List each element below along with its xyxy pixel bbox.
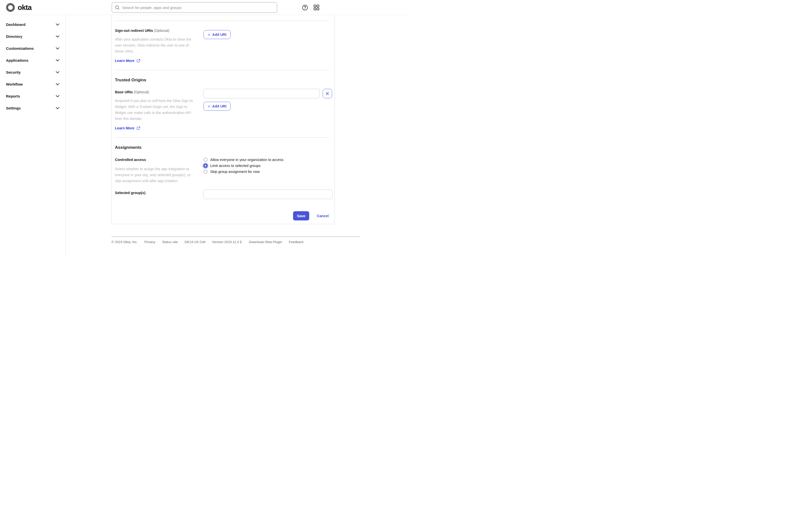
chevron-down-icon <box>56 35 59 37</box>
section-divider <box>115 70 329 70</box>
assignments-title: Assignments <box>115 145 329 150</box>
okta-sunburst-icon <box>6 3 15 12</box>
chevron-down-icon <box>56 107 59 109</box>
cell-label: OK14 US Cell <box>184 240 205 244</box>
chevron-down-icon <box>56 83 59 85</box>
radio-skip-assignment[interactable]: Skip group assignment for now <box>203 169 329 175</box>
sidebar-item-directory[interactable]: Directory <box>0 30 65 42</box>
base-uri-add-uri-button[interactable]: + Add URI <box>203 102 231 111</box>
optional-tag: (Optional) <box>154 29 169 33</box>
download-plugin-link[interactable]: Download Okta Plugin <box>249 240 282 244</box>
signout-redirect-uris-description: After your application contacts Okta to … <box>115 36 195 54</box>
feedback-link[interactable]: Feedback <box>289 240 303 244</box>
selected-groups-input[interactable] <box>203 190 332 199</box>
chevron-down-icon <box>56 59 59 61</box>
radio-limit-access[interactable]: Limit access to selected groups <box>203 163 329 169</box>
footer-divider <box>112 236 360 237</box>
status-site-link[interactable]: Status site <box>162 240 178 244</box>
signout-redirect-uris-row: Sign-out redirect URIs (Optional) After … <box>115 28 329 63</box>
plus-icon: + <box>208 33 210 37</box>
base-uris-label: Base URIs (Optional) <box>115 89 203 95</box>
remove-uri-button[interactable] <box>323 89 332 98</box>
signout-redirect-uris-label: Sign-out redirect URIs (Optional) <box>115 28 203 33</box>
help-icon[interactable] <box>302 4 308 10</box>
base-uris-description: Required if you plan to self-host the Ok… <box>115 98 195 122</box>
base-uris-row: Base URIs (Optional) Required if you pla… <box>115 89 329 131</box>
controlled-access-label: Controlled access <box>115 156 203 163</box>
search-input[interactable] <box>122 5 274 10</box>
selected-groups-label: Selected group(s) <box>115 190 203 196</box>
radio-button-icon <box>203 170 207 174</box>
version-label: Version 2023.11.0 E <box>212 240 242 244</box>
chevron-down-icon <box>56 71 59 74</box>
chevron-down-icon <box>56 23 59 26</box>
section-divider <box>115 21 329 21</box>
save-button[interactable]: Save <box>293 211 310 221</box>
copyright-text: © 2023 Okta, Inc. <box>112 240 138 244</box>
global-search[interactable] <box>112 2 277 13</box>
okta-wordmark: okta <box>18 3 32 12</box>
external-link-icon <box>137 59 140 63</box>
form-actions: Save Cancel <box>115 211 329 221</box>
search-icon <box>115 5 120 10</box>
sidebar-item-applications[interactable]: Applications <box>0 54 65 66</box>
sidebar-item-dashboard[interactable]: Dashboard <box>0 19 65 30</box>
selected-groups-row: Selected group(s) <box>115 190 329 199</box>
section-divider <box>115 137 329 138</box>
plus-icon: + <box>208 104 210 109</box>
sidebar-item-settings[interactable]: Settings <box>0 102 65 114</box>
privacy-link[interactable]: Privacy <box>144 240 155 244</box>
top-bar: okta <box>0 0 406 15</box>
page-footer: © 2023 Okta, Inc. Privacy Status site OK… <box>112 236 360 244</box>
sidebar-item-security[interactable]: Security <box>0 66 65 78</box>
optional-tag: (Optional) <box>134 90 149 94</box>
signout-add-uri-button[interactable]: + Add URI <box>203 30 231 39</box>
radio-allow-everyone[interactable]: Allow everyone in your organization to a… <box>203 157 329 163</box>
app-switcher-icon[interactable] <box>314 4 319 10</box>
radio-button-icon <box>203 164 207 168</box>
okta-logo[interactable]: okta <box>6 3 32 12</box>
external-link-icon <box>137 126 140 130</box>
sidebar-item-reports[interactable]: Reports <box>0 90 65 102</box>
trusted-origins-title: Trusted Origins <box>115 78 329 83</box>
chevron-down-icon <box>56 47 59 50</box>
base-uri-input[interactable] <box>203 89 320 98</box>
trusted-origins-learn-more-link[interactable]: Learn More <box>115 126 134 131</box>
sidebar-item-workflow[interactable]: Workflow <box>0 78 65 90</box>
controlled-access-description: Select whether to assign the app integra… <box>115 166 195 184</box>
close-icon <box>326 92 329 95</box>
radio-button-icon <box>203 158 207 162</box>
signout-learn-more-link[interactable]: Learn More <box>115 58 134 63</box>
sidebar-item-customizations[interactable]: Customizations <box>0 42 65 54</box>
cancel-button[interactable]: Cancel <box>317 214 329 218</box>
app-settings-form: Sign-out redirect URIs (Optional) After … <box>112 15 335 224</box>
chevron-down-icon <box>56 95 59 97</box>
controlled-access-row: Controlled access Select whether to assi… <box>115 156 329 184</box>
sidebar-nav: Dashboard Directory Customizations Appli… <box>0 15 66 258</box>
